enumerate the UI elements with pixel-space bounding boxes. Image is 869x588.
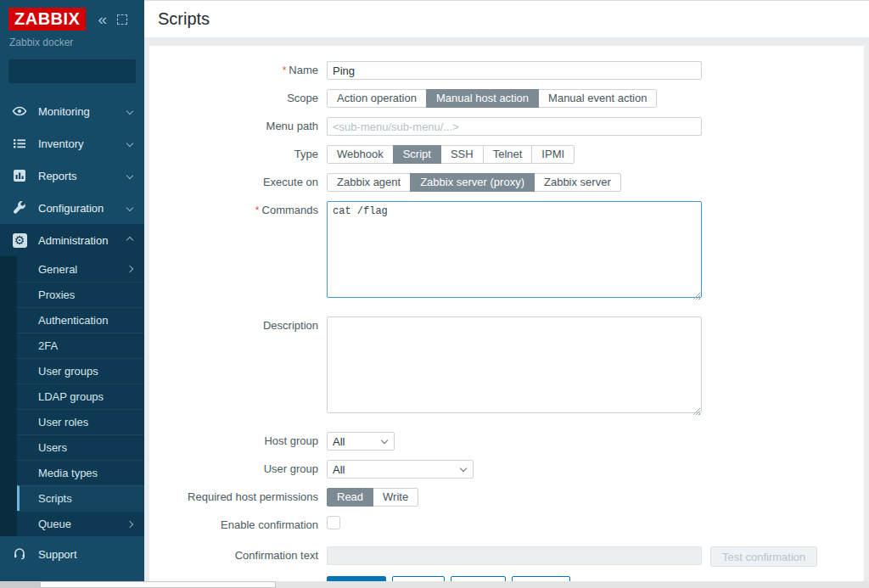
commands-label: *Commands	[149, 201, 327, 220]
script-form-card: *Name Scope Action operation Manual host…	[149, 46, 864, 581]
type-option-telnet[interactable]: Telnet	[483, 145, 533, 164]
sidebar-item-label: Reports	[38, 170, 77, 182]
name-row: *Name	[149, 61, 864, 80]
submenu-item-label: LDAP groups	[38, 390, 104, 403]
main-nav: Monitoring Inventory	[0, 95, 144, 256]
zabbix-app: ZABBIX « Zabbix docker Monitoring	[0, 0, 869, 588]
gear-icon: ⚙	[12, 232, 27, 248]
execute-on-segment-group: Zabbix agent Zabbix server (proxy) Zabbi…	[327, 173, 621, 192]
name-label: *Name	[149, 61, 327, 80]
collapse-sidebar-icon[interactable]: «	[98, 11, 107, 27]
horizontal-scrollbar[interactable]	[0, 581, 869, 588]
name-input[interactable]	[327, 61, 702, 80]
sidebar-item-monitoring[interactable]: Monitoring	[0, 95, 144, 127]
scope-option-action-operation[interactable]: Action operation	[327, 89, 427, 108]
user-group-select[interactable]: All	[327, 460, 474, 479]
host-permissions-label: Required host permissions	[149, 488, 327, 507]
chevron-down-icon	[460, 465, 467, 472]
host-group-label: Host group	[149, 432, 327, 451]
bar-chart-icon	[12, 168, 27, 183]
sidebar-item-inventory[interactable]: Inventory	[0, 127, 144, 160]
submenu-item-label: Media types	[38, 467, 98, 479]
enable-confirmation-row: Enable confirmation	[149, 516, 864, 535]
server-name: Zabbix docker	[0, 31, 144, 48]
execute-on-option-server-proxy[interactable]: Zabbix server (proxy)	[410, 173, 535, 192]
host-permissions-row: Required host permissions Read Write	[149, 488, 864, 507]
type-option-ssh[interactable]: SSH	[440, 145, 484, 164]
support-label: Support	[38, 548, 77, 561]
host-permissions-segment-group: Read Write	[327, 488, 418, 507]
type-label: Type	[149, 145, 327, 164]
page-title: Scripts	[158, 9, 210, 29]
submenu-item-user-groups[interactable]: User groups	[17, 358, 144, 384]
submenu-item-scripts[interactable]: Scripts	[17, 485, 144, 511]
type-row: Type Webhook Script SSH Telnet IPMI	[149, 145, 864, 164]
type-option-webhook[interactable]: Webhook	[327, 145, 394, 164]
logo-row: ZABBIX «	[0, 0, 144, 31]
submenu-item-users[interactable]: Users	[17, 434, 144, 460]
host-group-select[interactable]: All	[327, 432, 395, 451]
sidebar-item-label: Administration	[38, 234, 108, 247]
enable-confirmation-checkbox[interactable]	[327, 516, 340, 529]
submenu-item-2fa[interactable]: 2FA	[17, 333, 144, 358]
chevron-down-icon	[126, 140, 133, 147]
commands-row: *Commands cat /flag	[149, 201, 864, 301]
eye-icon	[12, 104, 27, 119]
host-group-row: Host group All	[149, 432, 864, 451]
description-textarea[interactable]	[327, 316, 702, 413]
test-confirmation-button: Test confirmation	[710, 546, 817, 567]
submenu-item-user-roles[interactable]: User roles	[17, 409, 144, 434]
scope-label: Scope	[149, 89, 327, 108]
sidebar-item-reports[interactable]: Reports	[0, 160, 144, 192]
scope-option-manual-event-action[interactable]: Manual event action	[538, 89, 657, 108]
type-option-script[interactable]: Script	[393, 145, 441, 164]
popout-icon[interactable]	[117, 14, 127, 25]
scrollbar-thumb[interactable]	[40, 581, 276, 588]
scope-row: Scope Action operation Manual host actio…	[149, 89, 864, 108]
chevron-down-icon	[126, 108, 133, 115]
main-content: Scripts *Name Scope Action operation Man…	[144, 0, 869, 581]
chevron-down-icon	[381, 437, 388, 444]
permission-option-write[interactable]: Write	[373, 488, 418, 507]
execute-on-option-server[interactable]: Zabbix server	[534, 173, 621, 192]
permission-option-read[interactable]: Read	[327, 488, 373, 507]
execute-on-option-agent[interactable]: Zabbix agent	[327, 173, 411, 192]
confirmation-text-row: Confirmation text Test confirmation	[149, 546, 864, 567]
host-group-value: All	[333, 435, 345, 448]
menu-path-row: Menu path	[149, 117, 864, 136]
sidebar-item-administration[interactable]: ⚙ Administration	[0, 224, 144, 256]
submenu-item-label: Queue	[38, 518, 71, 530]
scrollbar-corner	[0, 581, 40, 588]
search-input[interactable]	[15, 65, 165, 78]
sidebar: ZABBIX « Zabbix docker Monitoring	[0, 0, 144, 581]
chevron-down-icon	[126, 172, 133, 179]
chevron-down-icon	[126, 204, 133, 211]
submenu-item-general[interactable]: General	[17, 256, 144, 282]
submenu-item-label: General	[38, 263, 77, 276]
headset-icon	[12, 546, 27, 563]
zabbix-logo[interactable]: ZABBIX	[8, 8, 86, 31]
sidebar-item-support[interactable]: Support	[0, 539, 144, 569]
sidebar-search[interactable]	[8, 59, 136, 83]
chevron-right-icon	[126, 266, 133, 272]
submenu-item-queue[interactable]: Queue	[17, 511, 144, 536]
sidebar-item-label: Inventory	[38, 137, 83, 150]
commands-textarea[interactable]: cat /flag	[327, 201, 702, 298]
execute-on-label: Execute on	[149, 173, 327, 192]
sidebar-item-configuration[interactable]: Configuration	[0, 192, 144, 224]
submenu-item-proxies[interactable]: Proxies	[17, 282, 144, 307]
page-header: Scripts	[144, 1, 869, 37]
submenu-item-authentication[interactable]: Authentication	[17, 307, 144, 333]
menu-path-input[interactable]	[327, 117, 702, 136]
submenu-item-label: User groups	[38, 365, 98, 378]
required-asterisk: *	[283, 64, 287, 76]
submenu-item-label: User roles	[38, 416, 88, 428]
chevron-right-icon	[126, 520, 133, 527]
type-option-ipmi[interactable]: IPMI	[531, 145, 575, 164]
execute-on-row: Execute on Zabbix agent Zabbix server (p…	[149, 173, 864, 192]
confirmation-text-input	[327, 546, 702, 565]
submenu-item-ldap-groups[interactable]: LDAP groups	[17, 384, 144, 409]
submenu-item-media-types[interactable]: Media types	[17, 460, 144, 485]
scope-option-manual-host-action[interactable]: Manual host action	[426, 89, 539, 108]
submenu-item-label: Authentication	[38, 314, 108, 327]
